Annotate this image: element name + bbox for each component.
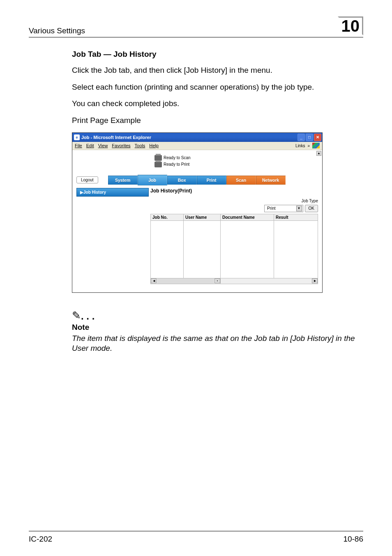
status-area: Ready to Scan Ready to Print (154, 155, 318, 167)
hscroll-left-track: ◀ ▪ (151, 278, 221, 284)
status-scan-text: Ready to Scan (164, 155, 191, 160)
note-block: ✎. . . Note The item that is displayed i… (72, 309, 363, 354)
pencil-icon: ✎ (72, 309, 81, 322)
sidebar: ▶Job History (76, 188, 149, 284)
paragraph-3: You can check completed jobs. (72, 99, 363, 109)
dropdown-arrow-icon: ▼ (296, 206, 302, 211)
table-body-empty (150, 221, 318, 278)
scroll-up-button[interactable]: ▲ (316, 151, 321, 156)
paragraph-4: Print Page Example (72, 116, 363, 126)
hscroll-right-track: ▶ (221, 278, 318, 284)
tab-system[interactable]: System (108, 176, 138, 185)
th-jobno: Job No. (151, 214, 184, 220)
tcell-username (184, 221, 221, 278)
window-title: Job - Microsoft Internet Explorer (81, 135, 151, 140)
links-area: Links » (295, 143, 320, 148)
dropdown-value: Print (267, 206, 276, 211)
header-section-name: Various Settings (29, 26, 85, 35)
logout-button[interactable]: Logout (76, 176, 98, 183)
menu-favorites[interactable]: Favorites (112, 143, 130, 148)
tcell-docname (221, 221, 274, 278)
jobtype-dropdown[interactable]: Print ▼ (264, 205, 303, 212)
menubar: File Edit View Favorites Tools Help Link… (72, 142, 322, 150)
horizontal-scrollbar[interactable]: ◀ ▪ ▶ (150, 278, 318, 284)
menu-items: File Edit View Favorites Tools Help (75, 143, 159, 148)
window-titlebar: e Job - Microsoft Internet Explorer _ □ … (72, 133, 322, 142)
maximize-button[interactable]: □ (306, 134, 313, 141)
tab-job[interactable]: Job (138, 175, 167, 185)
scroll-right-button[interactable]: ▶ (312, 278, 318, 283)
close-button[interactable]: ✕ (314, 134, 321, 141)
content-area: Job Tab — Job History Click the Job tab,… (72, 50, 363, 354)
footer-left: IC-202 (29, 535, 52, 544)
note-dots: . . . (81, 310, 95, 322)
screenshot-window: e Job - Microsoft Internet Explorer _ □ … (72, 132, 323, 293)
page-header: Various Settings 10 (29, 16, 363, 37)
status-print-text: Ready to Print (164, 162, 189, 167)
th-result: Result (274, 214, 318, 220)
th-username: User Name (184, 214, 221, 220)
app-body: ▲ Ready to Scan Ready to Print Logout Sy… (72, 150, 322, 292)
main-panel: Job History(Print) Job Type Print ▼ OK J… (150, 188, 318, 284)
ie-icon: e (74, 134, 80, 140)
note-label: Note (72, 323, 363, 332)
tab-box[interactable]: Box (167, 176, 197, 185)
paragraph-2: Select each function (printing and scann… (72, 82, 363, 93)
menu-edit[interactable]: Edit (86, 143, 94, 148)
scroll-left-button[interactable]: ◀ (151, 278, 157, 283)
note-icon-row: ✎. . . (72, 309, 363, 322)
note-text: The item that is displayed is the same a… (72, 334, 363, 354)
table-header-row: Job No. User Name Document Name Result (150, 214, 318, 221)
links-chevron[interactable]: » (307, 144, 310, 148)
content-split: ▶Job History Job History(Print) Job Type… (76, 188, 318, 284)
scroll-mid-button[interactable]: ▪ (214, 278, 220, 283)
menu-help[interactable]: Help (149, 143, 159, 148)
windows-flag-icon (312, 143, 320, 148)
tcell-jobno (151, 221, 184, 278)
job-table: Job No. User Name Document Name Result (150, 214, 318, 284)
jobtype-label: Job Type (150, 199, 318, 203)
section-title: Job Tab — Job History (72, 50, 363, 59)
menu-tools[interactable]: Tools (135, 143, 145, 148)
footer-right: 10-86 (343, 535, 363, 544)
scroll-thumb[interactable] (157, 278, 214, 284)
sidebar-job-history[interactable]: ▶Job History (76, 188, 149, 197)
tcell-result (274, 221, 318, 278)
links-label: Links (295, 144, 305, 148)
tab-row: Logout System Job Box Print Scan Network (76, 175, 318, 185)
page-footer: IC-202 10-86 (29, 531, 363, 544)
jobtype-controls: Print ▼ OK (150, 205, 318, 212)
scanner-icon (154, 155, 162, 161)
paragraph-1: Click the Job tab, and then click [Job H… (72, 65, 363, 76)
titlebar-left: e Job - Microsoft Internet Explorer (74, 134, 151, 140)
panel-title: Job History(Print) (150, 188, 318, 194)
menu-file[interactable]: File (75, 143, 82, 148)
tab-print[interactable]: Print (197, 176, 226, 185)
printer-icon (154, 162, 162, 167)
header-chapter-number: 10 (338, 16, 364, 35)
ok-button[interactable]: OK (305, 205, 318, 212)
window-controls: _ □ ✕ (297, 134, 321, 141)
tab-scan[interactable]: Scan (226, 176, 256, 185)
menu-view[interactable]: View (98, 143, 108, 148)
tab-network[interactable]: Network (256, 176, 286, 185)
th-documentname: Document Name (221, 214, 274, 220)
minimize-button[interactable]: _ (297, 134, 305, 141)
status-scan: Ready to Scan (154, 155, 318, 161)
status-print: Ready to Print (154, 162, 318, 167)
